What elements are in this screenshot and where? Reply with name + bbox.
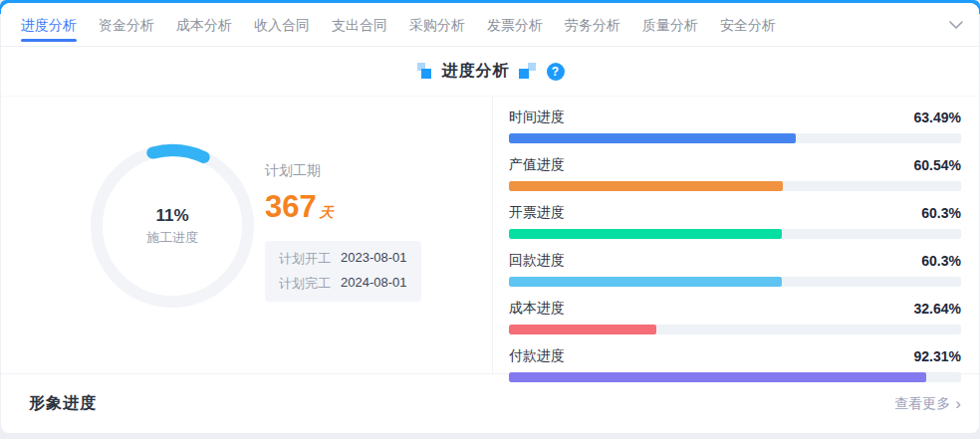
bar-value: 60.3% xyxy=(921,253,961,269)
chevron-down-icon[interactable] xyxy=(947,17,965,33)
donut-center-text: 11% 施工进度 xyxy=(85,138,260,314)
overview-content: 11% 施工进度 计划工期 367天 计划开工 2023-08-01 计划完工 xyxy=(1,97,979,373)
bar-fill xyxy=(509,229,782,239)
progress-bars-panel: 时间进度63.49% 产值进度60.54% 开票进度60.3% 回款进度60.3… xyxy=(493,97,979,373)
plan-finish-label: 计划完工 xyxy=(279,275,331,293)
tab-income-contract[interactable]: 收入合同 xyxy=(254,3,310,47)
section-title-row: 进度分析 ? xyxy=(1,47,979,97)
bar-track xyxy=(509,229,961,239)
plan-duration-value: 367天 xyxy=(265,189,421,225)
bar-label: 成本进度 xyxy=(509,300,565,318)
bar-label: 时间进度 xyxy=(509,109,565,126)
donut-label: 施工进度 xyxy=(146,229,198,247)
bar-fill xyxy=(509,277,782,287)
tab-invoice-analysis[interactable]: 发票分析 xyxy=(487,3,543,47)
tab-funds-analysis[interactable]: 资金分析 xyxy=(99,3,154,47)
tab-quality-analysis[interactable]: 质量分析 xyxy=(642,3,698,47)
title-deco-left-icon xyxy=(416,63,433,80)
dashboard-card: 进度分析 资金分析 成本分析 收入合同 支出合同 采购分析 发票分析 劳务分析 … xyxy=(1,3,979,433)
bar-value: 32.64% xyxy=(914,301,961,317)
bar-track xyxy=(509,181,961,191)
plan-finish-date: 2024-08-01 xyxy=(341,275,407,293)
plan-duration-block: 计划工期 367天 计划开工 2023-08-01 计划完工 2024-08-0… xyxy=(265,162,421,302)
analysis-tabbar: 进度分析 资金分析 成本分析 收入合同 支出合同 采购分析 发票分析 劳务分析 … xyxy=(1,3,979,47)
view-more-link[interactable]: 查看更多 › xyxy=(894,395,961,413)
bar-value: 63.49% xyxy=(914,110,961,125)
bar-value: 92.31% xyxy=(914,348,961,364)
progress-row-payment: 付款进度92.31% xyxy=(509,347,961,382)
bar-label: 产值进度 xyxy=(509,156,565,174)
plan-start-date: 2023-08-01 xyxy=(341,250,407,268)
bar-label: 付款进度 xyxy=(509,347,565,365)
bar-fill xyxy=(509,325,656,334)
progress-row-cost: 成本进度32.64% xyxy=(509,300,961,334)
image-progress-section: 形象进度 查看更多 › xyxy=(1,373,979,433)
progress-row-invoicing: 开票进度60.3% xyxy=(509,204,961,239)
plan-dates-box: 计划开工 2023-08-01 计划完工 2024-08-01 xyxy=(265,241,421,302)
bar-fill xyxy=(509,181,783,191)
bar-label: 开票进度 xyxy=(509,204,565,222)
progress-row-collection: 回款进度60.3% xyxy=(509,252,961,287)
plan-duration-label: 计划工期 xyxy=(265,162,421,180)
view-more-label: 查看更多 xyxy=(894,395,950,413)
progress-row-time: 时间进度63.49% xyxy=(509,109,961,143)
bar-fill xyxy=(509,133,796,143)
progress-row-output: 产值进度60.54% xyxy=(509,156,961,191)
construction-progress-panel: 11% 施工进度 计划工期 367天 计划开工 2023-08-01 计划完工 xyxy=(1,97,493,373)
bar-label: 回款进度 xyxy=(509,252,565,270)
help-icon[interactable]: ? xyxy=(547,63,565,81)
tab-progress-analysis[interactable]: 进度分析 xyxy=(21,3,77,47)
bar-value: 60.54% xyxy=(914,157,961,173)
tab-procurement-analysis[interactable]: 采购分析 xyxy=(409,3,465,47)
bar-track xyxy=(509,325,961,334)
chevron-right-icon: › xyxy=(955,395,961,412)
page-title: 进度分析 xyxy=(442,61,510,82)
plan-finish-row: 计划完工 2024-08-01 xyxy=(279,275,407,293)
plan-start-label: 计划开工 xyxy=(279,250,331,268)
bar-track xyxy=(509,277,961,287)
donut-percent: 11% xyxy=(155,206,188,226)
construction-progress-donut: 11% 施工进度 xyxy=(85,138,260,314)
tab-safety-analysis[interactable]: 安全分析 xyxy=(720,3,776,47)
plan-days-number: 367 xyxy=(265,189,317,224)
tab-cost-analysis[interactable]: 成本分析 xyxy=(176,3,232,47)
bar-fill xyxy=(509,372,926,382)
bar-track xyxy=(509,372,961,382)
plan-days-unit: 天 xyxy=(320,204,334,220)
tab-labor-analysis[interactable]: 劳务分析 xyxy=(565,3,620,47)
bar-value: 60.3% xyxy=(921,205,961,221)
image-progress-title: 形象进度 xyxy=(29,393,97,414)
bar-track xyxy=(509,133,961,143)
tab-expense-contract[interactable]: 支出合同 xyxy=(332,3,387,47)
plan-start-row: 计划开工 2023-08-01 xyxy=(279,250,407,268)
title-deco-right-icon xyxy=(519,63,536,80)
